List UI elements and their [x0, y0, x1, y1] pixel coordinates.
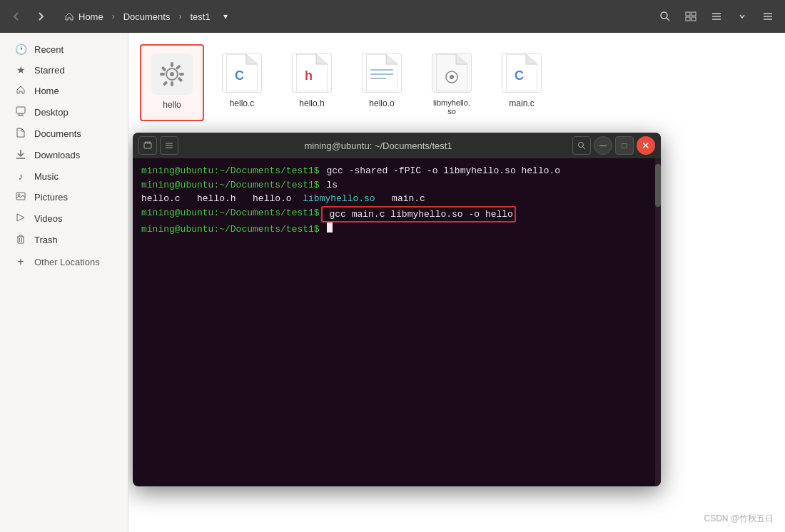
file-label-main-c: main.c — [509, 98, 534, 108]
sidebar-item-starred-label: Starred — [34, 65, 65, 76]
sidebar-item-other-locations[interactable]: + Other Locations — [3, 251, 125, 272]
terminal-close-button[interactable]: ✕ — [637, 136, 655, 155]
terminal-cmd-4-highlighted: gcc main.c libmyhello.so -o hello — [321, 206, 516, 223]
terminal-search-button[interactable] — [572, 136, 591, 155]
svg-point-0 — [661, 12, 667, 19]
sidebar-item-downloads[interactable]: Downloads — [3, 145, 125, 165]
videos-icon — [14, 213, 27, 225]
svg-rect-25 — [171, 81, 173, 86]
terminal-scrollbar-thumb — [655, 164, 661, 207]
svg-rect-5 — [692, 17, 696, 21]
topbar: Home › Documents › test1 ▾ — [0, 0, 785, 33]
sidebar-item-home[interactable]: Home — [3, 81, 125, 101]
h-file-icon: h — [292, 53, 332, 93]
svg-point-38 — [450, 75, 454, 79]
svg-point-18 — [18, 194, 20, 196]
main-layout: 🕐 Recent ★ Starred Home Desktop Document… — [0, 33, 785, 532]
sidebar-item-documents-label: Documents — [34, 128, 81, 139]
svg-rect-4 — [686, 17, 690, 21]
file-item-main-c[interactable]: C main.c — [490, 44, 554, 121]
terminal-right-buttons: ─ □ ✕ — [572, 136, 655, 155]
forward-button[interactable] — [30, 6, 51, 27]
menu-button[interactable] — [756, 5, 779, 28]
terminal-cursor — [327, 222, 333, 232]
svg-rect-12 — [16, 107, 25, 113]
svg-line-48 — [583, 147, 586, 150]
terminal-body[interactable]: mining@ubuntu:~/Documents/test1$ gcc -sh… — [133, 158, 661, 486]
terminal-settings-button[interactable] — [138, 136, 157, 155]
breadcrumb-test1[interactable]: test1 — [183, 9, 217, 25]
sidebar-item-videos-label: Videos — [34, 213, 63, 224]
svg-line-1 — [667, 18, 669, 21]
terminal-cmd-1: gcc -shared -fPIC -o libmyhello.so hello… — [321, 164, 560, 178]
sidebar-item-recent-label: Recent — [34, 44, 64, 55]
file-item-hello-c[interactable]: C hello.c — [210, 44, 274, 121]
search-button[interactable] — [654, 5, 677, 28]
svg-text:C: C — [515, 68, 524, 83]
file-label-libmyhello-so: libmyhello.so — [433, 98, 470, 116]
terminal-cmd-2: ls — [321, 178, 338, 193]
terminal-prompt-5: mining@ubuntu:~/Documents/test1$ — [141, 222, 320, 237]
gear-icon — [151, 53, 193, 95]
terminal-output-3: hello.c hello.h hello.o — [141, 192, 303, 206]
svg-text:h: h — [305, 68, 313, 83]
terminal-scrollbar[interactable] — [655, 158, 661, 486]
file-item-hello-h[interactable]: h hello.h — [280, 44, 344, 121]
terminal-menu-button[interactable] — [160, 136, 178, 155]
svg-rect-27 — [179, 73, 184, 76]
sidebar-item-music[interactable]: ♪ Music — [3, 166, 125, 186]
home-icon — [14, 85, 27, 97]
sidebar-item-downloads-label: Downloads — [34, 150, 80, 160]
sidebar-item-home-label: Home — [34, 86, 59, 96]
terminal-cyan-libmyhello: libmyhello.so — [303, 192, 375, 206]
view-dropdown-button[interactable] — [731, 5, 754, 28]
file-label-hello-h: hello.h — [299, 98, 324, 108]
file-icon-hello-c: C — [219, 50, 265, 96]
sidebar: 🕐 Recent ★ Starred Home Desktop Document… — [0, 33, 128, 532]
sidebar-item-music-label: Music — [34, 171, 59, 182]
music-icon: ♪ — [14, 170, 27, 182]
separator2: › — [178, 11, 181, 21]
trash-icon — [14, 234, 27, 246]
sidebar-item-desktop[interactable]: Desktop — [3, 102, 125, 123]
sidebar-item-starred[interactable]: ★ Starred — [3, 60, 125, 80]
file-area: hello C hello.c — [128, 33, 785, 532]
breadcrumb-documents[interactable]: Documents — [116, 9, 178, 25]
c-file-icon-main: C — [502, 53, 542, 93]
file-label-hello-o: hello.o — [369, 98, 394, 108]
watermark: CSDN @竹秋五日 — [704, 513, 774, 525]
svg-text:C: C — [235, 68, 244, 83]
svg-rect-29 — [178, 77, 183, 83]
terminal-minimize-button[interactable]: ─ — [594, 136, 612, 155]
terminal-window: mining@ubuntu: ~/Documents/test1 ─ □ ✕ m… — [133, 133, 661, 486]
sidebar-item-documents[interactable]: Documents — [3, 123, 125, 144]
so-file-icon — [432, 53, 472, 93]
svg-rect-26 — [160, 73, 165, 76]
breadcrumb-dropdown[interactable]: ▾ — [219, 9, 232, 24]
file-item-hello-o[interactable]: hello.o — [350, 44, 414, 121]
svg-rect-31 — [176, 64, 181, 70]
terminal-title: mining@ubuntu: ~/Documents/test1 — [187, 140, 569, 151]
terminal-maximize-button[interactable]: □ — [615, 136, 634, 155]
file-item-hello[interactable]: hello — [140, 44, 204, 121]
back-button[interactable] — [6, 6, 27, 27]
view-toggle-button[interactable] — [679, 5, 702, 28]
file-grid: hello C hello.c — [140, 44, 774, 121]
svg-rect-2 — [686, 12, 690, 16]
sidebar-item-trash[interactable]: Trash — [3, 230, 125, 250]
breadcrumb-home[interactable]: Home — [57, 9, 111, 25]
file-label-hello: hello — [163, 100, 181, 110]
terminal-output-3b: main.c — [375, 192, 425, 206]
breadcrumb: Home › Documents › test1 ▾ — [57, 9, 651, 25]
file-item-libmyhello-so[interactable]: libmyhello.so — [420, 44, 484, 121]
terminal-line-5: mining@ubuntu:~/Documents/test1$ — [141, 222, 652, 237]
sidebar-item-desktop-label: Desktop — [34, 107, 69, 118]
sidebar-item-pictures[interactable]: Pictures — [3, 187, 125, 208]
file-icon-hello — [149, 51, 195, 97]
svg-rect-24 — [171, 62, 173, 67]
sidebar-item-videos[interactable]: Videos — [3, 208, 125, 229]
svg-marker-19 — [17, 214, 24, 221]
svg-rect-3 — [692, 12, 696, 16]
view-list-button[interactable] — [705, 5, 728, 28]
sidebar-item-recent[interactable]: 🕐 Recent — [3, 39, 125, 59]
